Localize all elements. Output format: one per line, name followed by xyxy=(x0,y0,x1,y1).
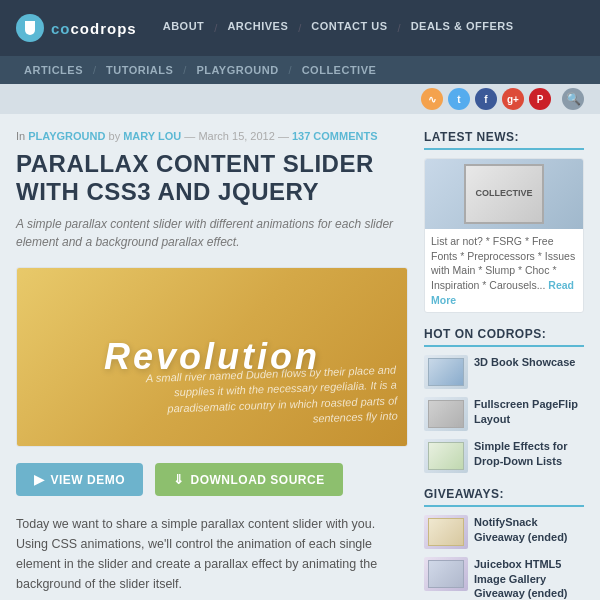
logo-icon xyxy=(16,14,44,42)
breadcrumb-date-text: March 15, 2012 xyxy=(198,130,274,142)
nav-divider: / xyxy=(212,16,219,40)
give-item-2: Juicebox HTML5 Image Gallery Giveaway (e… xyxy=(424,557,584,600)
breadcrumb-date: — xyxy=(184,130,198,142)
giveaways-title: Giveaways: xyxy=(424,487,584,507)
article-description: A simple parallax content slider with di… xyxy=(16,215,408,251)
give-thumb-2 xyxy=(424,557,468,591)
slider-demo: Revolution A small river named Duden flo… xyxy=(16,267,408,447)
give-thumb-jb-img xyxy=(428,560,464,588)
give-thumb-snack-img xyxy=(428,518,464,546)
subnav-tutorials[interactable]: Tutorials xyxy=(98,62,181,78)
hot-item-2: Fullscreen PageFlip Layout xyxy=(424,397,584,431)
give-thumb-1 xyxy=(424,515,468,549)
download-source-button[interactable]: ⇓ Download Source xyxy=(155,463,343,496)
collective-image-inner: COLLECTIVE xyxy=(464,164,544,224)
subnav-sep-1: / xyxy=(91,64,98,76)
giveaways-section: Giveaways: NotifySnack Giveaway (ended) … xyxy=(424,487,584,600)
give-label-2[interactable]: Juicebox HTML5 Image Gallery Giveaway (e… xyxy=(474,557,584,600)
hot-item-1: 3D Book Showcase xyxy=(424,355,584,389)
article-content: In Playground by Mary Lou — March 15, 20… xyxy=(16,130,408,600)
googleplus-icon[interactable]: g+ xyxy=(502,88,524,110)
subnav-sep-2: / xyxy=(181,64,188,76)
subnav-articles[interactable]: Articles xyxy=(16,62,91,78)
social-bar: ∿ t f g+ P 🔍 xyxy=(0,84,600,114)
twitter-icon[interactable]: t xyxy=(448,88,470,110)
breadcrumb-comments[interactable]: 137 Comments xyxy=(292,130,378,142)
nav-about[interactable]: About xyxy=(155,16,213,40)
slider-inner: Revolution A small river named Duden flo… xyxy=(17,268,407,446)
pinterest-icon[interactable]: P xyxy=(529,88,551,110)
subnav-sep-3: / xyxy=(287,64,294,76)
collective-image-text: COLLECTIVE xyxy=(475,188,532,200)
breadcrumb-author[interactable]: Mary Lou xyxy=(123,130,181,142)
hot-thumb-1 xyxy=(424,355,468,389)
collective-card: COLLECTIVE List ar not? * FSRG * Free Fo… xyxy=(424,158,584,313)
article-body: Today we want to share a simple parallax… xyxy=(16,514,408,594)
facebook-icon[interactable]: f xyxy=(475,88,497,110)
eye-icon: ▶ xyxy=(34,472,45,487)
hot-thumb-page-img xyxy=(428,400,464,428)
hot-thumb-drop-img xyxy=(428,442,464,470)
header: cocodrops About / Archives / Contact Us … xyxy=(0,0,600,56)
sidebar: Latest News: COLLECTIVE List ar not? * F… xyxy=(424,130,584,600)
hot-item-3: Simple Effects for Drop-Down Lists xyxy=(424,439,584,473)
view-demo-button[interactable]: ▶ View Demo xyxy=(16,463,143,496)
search-icon[interactable]: 🔍 xyxy=(562,88,584,110)
give-label-1[interactable]: NotifySnack Giveaway (ended) xyxy=(474,515,584,544)
subnav: Articles / Tutorials / Playground / Coll… xyxy=(0,56,600,84)
subnav-collective[interactable]: Collective xyxy=(294,62,385,78)
hot-codrops-title: Hot on Codrops: xyxy=(424,327,584,347)
button-row: ▶ View Demo ⇓ Download Source xyxy=(16,463,408,496)
give-item-1: NotifySnack Giveaway (ended) xyxy=(424,515,584,549)
subnav-playground[interactable]: Playground xyxy=(188,62,286,78)
nav-contact[interactable]: Contact Us xyxy=(303,16,395,40)
latest-news-section: Latest News: COLLECTIVE List ar not? * F… xyxy=(424,130,584,313)
nav-deals[interactable]: Deals & Offers xyxy=(403,16,522,40)
collective-description: List ar not? * FSRG * Free Fonts * Prepr… xyxy=(425,229,583,312)
hot-thumb-3 xyxy=(424,439,468,473)
logo: cocodrops xyxy=(16,14,137,42)
main-nav: About / Archives / Contact Us / Deals & … xyxy=(155,16,522,40)
main-content: In Playground by Mary Lou — March 15, 20… xyxy=(0,114,600,600)
breadcrumb: In Playground by Mary Lou — March 15, 20… xyxy=(16,130,408,142)
nav-divider-2: / xyxy=(296,16,303,40)
nav-divider-3: / xyxy=(396,16,403,40)
nav-archives[interactable]: Archives xyxy=(219,16,296,40)
hot-thumb-book-img xyxy=(428,358,464,386)
hot-codrops-section: Hot on Codrops: 3D Book Showcase Fullscr… xyxy=(424,327,584,473)
latest-news-title: Latest News: xyxy=(424,130,584,150)
article-title: Parallax Content Slider with CSS3 and jQ… xyxy=(16,150,408,205)
breadcrumb-section[interactable]: Playground xyxy=(28,130,105,142)
hot-label-2[interactable]: Fullscreen PageFlip Layout xyxy=(474,397,584,426)
download-icon: ⇓ xyxy=(173,472,185,487)
hot-label-3[interactable]: Simple Effects for Drop-Down Lists xyxy=(474,439,584,468)
slider-word: Revolution xyxy=(104,336,320,378)
logo-text: cocodrops xyxy=(51,20,137,37)
hot-thumb-2 xyxy=(424,397,468,431)
rss-icon[interactable]: ∿ xyxy=(421,88,443,110)
hot-label-1[interactable]: 3D Book Showcase xyxy=(474,355,575,369)
collective-image: COLLECTIVE xyxy=(425,159,583,229)
